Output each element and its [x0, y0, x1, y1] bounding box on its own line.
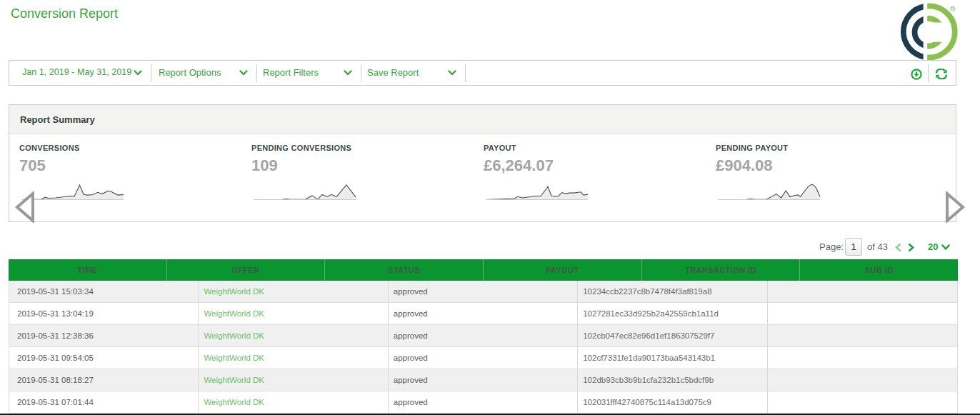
- svg-text:R: R: [951, 6, 954, 11]
